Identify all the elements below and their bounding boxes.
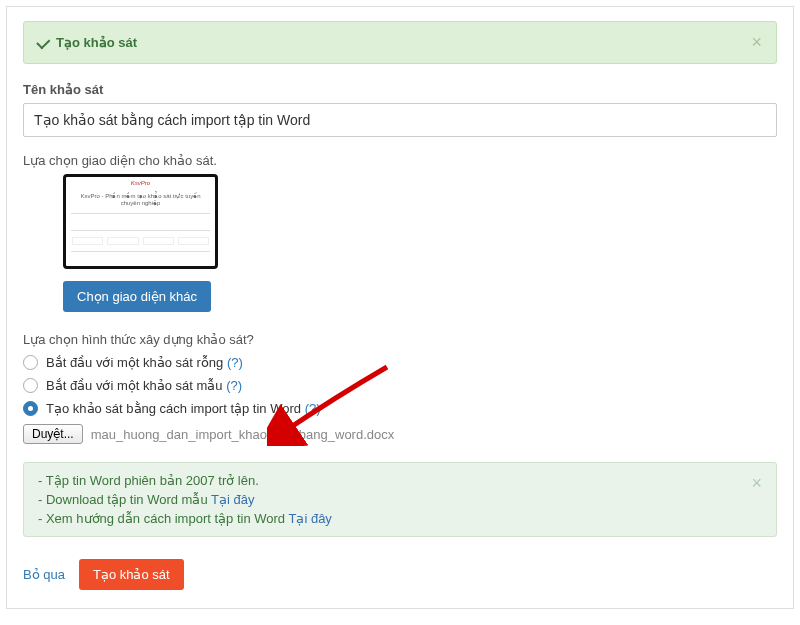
help-link-template[interactable]: (?) [226,378,242,393]
choose-template-button[interactable]: Chọn giao diện khác [63,281,211,312]
alert-close-icon[interactable]: × [751,32,762,53]
radio-template-label: Bắt đầu với một khảo sát mẫu (?) [46,378,242,393]
skip-link[interactable]: Bỏ qua [23,567,65,582]
create-survey-button[interactable]: Tạo khảo sát [79,559,184,590]
info-line-2: - Download tập tin Word mẫu Tại đây [38,492,332,507]
info-line-1: - Tập tin Word phiên bản 2007 trở lên. [38,473,332,488]
survey-name-label: Tên khảo sát [23,82,777,97]
download-sample-link[interactable]: Tại đây [211,492,254,507]
check-icon [36,35,50,49]
help-link-empty[interactable]: (?) [227,355,243,370]
selected-filename: mau_huong_dan_import_khao_sat_bang_word.… [91,427,395,442]
alert-success: Tạo khảo sát × [23,21,777,64]
survey-name-input[interactable] [23,103,777,137]
radio-empty-label: Bắt đầu với một khảo sát rỗng (?) [46,355,243,370]
build-method-label: Lựa chọn hình thức xây dựng khảo sát? [23,332,777,347]
info-line-3: - Xem hướng dẫn cách import tập tin Word… [38,511,332,526]
browse-button[interactable]: Duyệt... [23,424,83,444]
radio-empty-survey[interactable] [23,355,38,370]
help-link-import[interactable]: (?) [305,401,321,416]
radio-import-label: Tạo khảo sát bằng cách import tập tin Wo… [46,401,321,416]
thumb-title: KsvPro - Phần mềm tạo khảo sát trực tuyế… [66,186,215,209]
thumb-brand: KsvPro [66,177,215,186]
alert-title: Tạo khảo sát [56,35,137,50]
info-box: - Tập tin Word phiên bản 2007 trở lên. -… [23,462,777,537]
template-section-label: Lựa chọn giao diện cho khảo sát. [23,153,777,168]
guide-link[interactable]: Tại đây [288,511,331,526]
radio-import-word[interactable] [23,401,38,416]
info-close-icon[interactable]: × [751,473,762,494]
template-thumbnail[interactable]: KsvPro KsvPro - Phần mềm tạo khảo sát tr… [63,174,218,269]
radio-template-survey[interactable] [23,378,38,393]
